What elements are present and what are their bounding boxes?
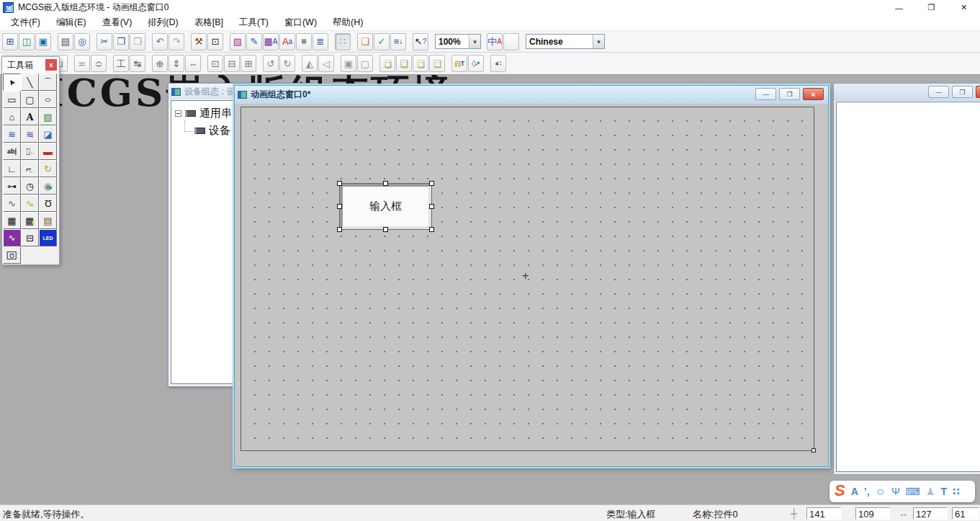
center-vertical-button[interactable]: 工 [113,55,129,72]
print-button[interactable]: ▤ [58,33,73,50]
emoji-icon[interactable]: ☺ [876,486,886,496]
label-display-tool[interactable]: ⌷⋯ [21,143,39,160]
menu-table[interactable]: 表格[B] [186,15,231,30]
realtime-curve-tool[interactable]: ∿ [3,229,21,246]
window-h-center-button[interactable]: ⊡ [207,55,223,72]
dial-input-tool[interactable]: ◷ [21,177,39,195]
voice-icon[interactable]: Ψ [891,486,900,496]
menu-edit[interactable]: 编辑(E) [48,15,94,30]
copy-button[interactable]: ❐ [113,33,129,50]
same-height-button[interactable]: ⇕ [168,55,184,72]
blank-button[interactable] [503,33,519,50]
resize-handle[interactable] [337,181,342,186]
syntax-check-button[interactable]: ✓ [374,33,390,50]
background-window[interactable]: —❐× [833,83,980,475]
x-position-field[interactable]: 141 [806,507,841,520]
combo-box-tool[interactable]: ⊟ [21,229,39,246]
canvas-resize-handle[interactable] [812,448,816,453]
undo-button[interactable]: ↶ [152,33,168,50]
height-field[interactable]: 61 [952,507,979,520]
close-button[interactable]: ✕ [948,0,980,15]
cut-button[interactable]: ✂ [96,33,112,50]
symbol-library-tool[interactable]: ◪ [39,125,57,143]
rotate-left-button[interactable]: ↺ [263,55,279,72]
rotate-right-button[interactable]: ↻ [279,55,295,72]
sort-button[interactable]: ≡↓ [390,33,406,50]
width-field[interactable]: 127 [913,507,948,520]
zoom-select[interactable]: 100% ▾ [435,34,481,49]
menu-file[interactable]: 文件(F) [3,15,48,30]
equal-v-spacing-button[interactable]: ≎ [91,55,107,72]
construct-symbol-button[interactable]: ◊↗ [468,55,484,72]
window-v-center-button[interactable]: ⊟ [224,55,240,72]
restore-button[interactable]: ❐ [915,0,948,15]
menu-tools[interactable]: 工具(T) [231,15,277,30]
menu-view[interactable]: 查看(V) [94,15,140,30]
history-table-tool[interactable]: ▦● [21,212,39,229]
restore-button[interactable]: ❐ [952,86,973,98]
free-table-tool[interactable]: ▦ [3,212,21,229]
fill-color-button[interactable]: ▨ [230,33,246,50]
animation-window[interactable]: 动画组态窗口0* —❐× 输入框 + [234,85,829,467]
tools-button[interactable]: ⚒ [191,33,207,50]
flip-vertical-button[interactable]: ◁ [318,55,334,72]
rectangle-tool[interactable]: ▭ [3,91,21,108]
minimize-button[interactable]: — [755,88,776,100]
alarm-bell-tool[interactable]: Ω [39,195,57,212]
slider-input-tool[interactable]: ⊶ [3,177,21,195]
toolbox-palette[interactable]: 工具箱 x ➤╲⌒▭▢○⌂A▨≋≋↓◪ab|⌷⋯▬∟⌐∟↻⊶◷◉●∿∿●Ω▦▦●… [1,56,60,265]
same-width-button[interactable]: ⇔ [185,55,201,72]
restore-button[interactable]: ❐ [779,88,800,100]
send-backward-button[interactable]: ❏❏ [429,55,445,72]
resize-handle[interactable] [383,227,388,232]
char-color-button[interactable]: ▦A [263,33,279,50]
paste-button[interactable]: ❒ [130,33,145,50]
resize-handle[interactable] [429,227,434,232]
alarm-window-tool[interactable]: Ω [3,246,21,264]
chevron-down-icon[interactable]: ▾ [593,35,604,48]
ellipse-tool[interactable]: ○ [39,91,57,108]
flow-block-tool[interactable]: ≋ [3,125,21,143]
background-window-titlebar[interactable]: —❐× [834,84,980,101]
window-layout-button[interactable]: ⊡ [207,33,223,50]
chevron-down-icon[interactable]: ▾ [469,35,480,48]
send-to-back-button[interactable]: ❏❏ [396,55,412,72]
print-preview-button[interactable]: ◎ [74,33,90,50]
punctuation-icon[interactable]: ’, [864,486,870,496]
align-text-button[interactable]: ≣ [313,33,328,50]
bring-forward-button[interactable]: ❏❏ [413,55,428,72]
select-tool[interactable]: ➤ [3,74,21,91]
collapse-icon[interactable] [175,110,181,117]
chinese-font-button[interactable]: 中A [487,33,503,50]
led-display-tool[interactable]: LED [39,229,57,246]
ungroup-button[interactable]: ▢ [357,55,373,72]
save-button[interactable]: ▣ [35,33,51,50]
center-horizontal-button[interactable]: ↹ [130,55,145,72]
close-button[interactable]: × [976,86,980,98]
data-browse-tool[interactable]: ▤ [39,212,57,229]
grid-toggle-button[interactable]: ∷ [335,33,351,50]
step-line-tool[interactable]: ⌐∟ [21,160,39,177]
y-position-field[interactable]: 109 [855,507,890,520]
context-help-button[interactable]: ↖? [413,33,428,50]
percent-fill-tool[interactable]: ≋↓ [21,125,39,143]
group-button[interactable]: ▣ [341,55,356,72]
toolbox-titlebar[interactable]: 工具箱 x [2,57,59,73]
account-icon[interactable]: ♟ [926,486,935,496]
resize-handle[interactable] [429,181,434,186]
toolbox-grid-icon[interactable]: ∷ [953,486,960,496]
polyline-tool[interactable]: ⌂ [3,108,21,125]
bring-to-front-button[interactable]: ❏❏ [379,55,395,72]
sogou-logo[interactable]: S [835,483,845,499]
new-screen-button[interactable]: ⊞ [2,33,18,50]
keyboard-icon[interactable]: ⌨ [906,486,920,496]
input-box-tool[interactable]: ab| [3,143,21,160]
elbow-line-tool[interactable]: ∟ [3,160,21,177]
flip-horizontal-button[interactable]: ◭ [302,55,318,72]
rotate-arc-tool[interactable]: ↻ [39,160,57,177]
arc-tool[interactable]: ⌒ [39,74,57,91]
language-select[interactable]: Chinese ▾ [526,34,605,49]
input-box-control[interactable]: 输入框 [340,184,431,229]
rounded-rect-tool[interactable]: ▢ [21,91,39,108]
toolbar-grid-button[interactable]: ▪∷ [490,55,506,72]
